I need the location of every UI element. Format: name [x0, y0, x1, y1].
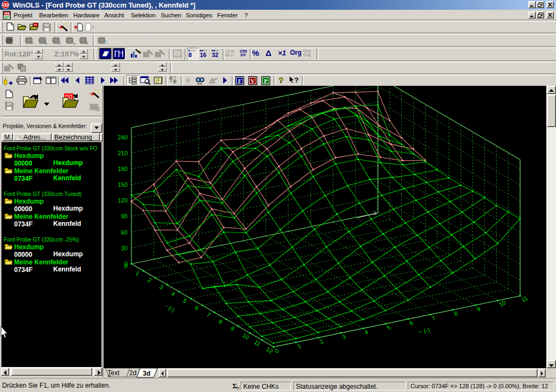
- svg-text:120: 120: [118, 197, 128, 204]
- svg-text:8: 8: [188, 52, 192, 58]
- svg-text:IOII..: IOII..: [197, 82, 204, 85]
- svg-text:Text: Text: [108, 369, 120, 377]
- svg-text:16: 16: [200, 52, 206, 58]
- svg-text:x: x: [59, 41, 61, 45]
- svg-text:#: #: [86, 41, 89, 45]
- svg-text:F: F: [238, 78, 242, 84]
- svg-text:32: 32: [212, 52, 218, 58]
- svg-text:=: =: [31, 41, 34, 45]
- svg-text:↘: ↘: [72, 41, 75, 45]
- svg-text:2d: 2d: [129, 369, 136, 377]
- svg-text:90: 90: [121, 213, 128, 219]
- svg-text:150: 150: [118, 181, 128, 188]
- svg-text:?: ?: [294, 76, 299, 84]
- svg-text:k: k: [45, 41, 48, 45]
- svg-text:180: 180: [118, 166, 128, 172]
- svg-text:P: P: [264, 78, 268, 84]
- svg-text:V: V: [251, 78, 255, 84]
- svg-text:Σ: Σ: [232, 382, 237, 390]
- svg-text:3d: 3d: [143, 370, 150, 377]
- svg-text:IOI: IOI: [4, 12, 9, 16]
- svg-text:0: 0: [124, 261, 128, 267]
- svg-text:🔍: 🔍: [104, 40, 108, 45]
- svg-text:210: 210: [118, 150, 128, 156]
- svg-text:?: ?: [279, 75, 283, 85]
- svg-text:30: 30: [121, 245, 128, 251]
- svg-text:240: 240: [118, 134, 128, 141]
- svg-text:60: 60: [121, 229, 128, 236]
